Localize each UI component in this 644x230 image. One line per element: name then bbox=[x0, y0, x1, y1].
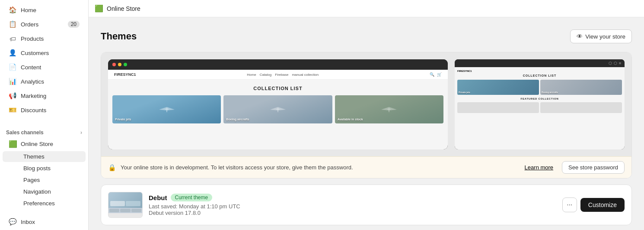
sidebar-item-analytics[interactable]: 📊 Analytics bbox=[3, 75, 86, 88]
warning-banner: 🔒 Your online store is in development. T… bbox=[101, 156, 631, 178]
sidebar-item-label: Analytics bbox=[21, 78, 44, 85]
warning-text: Your online store is in development. To … bbox=[121, 164, 520, 171]
sidebar-item-label: Orders bbox=[21, 21, 38, 28]
sidebar-item-online-store[interactable]: 🟩 Online Store bbox=[3, 138, 86, 150]
customize-button[interactable]: Customize bbox=[580, 198, 625, 212]
sidebar-item-navigation[interactable]: Navigation bbox=[3, 186, 86, 197]
small-grid: Private jets Boeing aircrafts bbox=[457, 80, 622, 95]
online-store-label: Online Store bbox=[21, 141, 53, 147]
theme-preview-area: FIRESYNC1 Home Catalog Firebase manual c… bbox=[101, 52, 631, 156]
sidebar-item-label: Home bbox=[21, 7, 36, 13]
nav-link-firebase: Firebase bbox=[275, 73, 288, 77]
sidebar-sub-item-label: Navigation bbox=[23, 188, 51, 195]
theme-info: Debut Current theme Last saved: Monday a… bbox=[149, 194, 556, 216]
thumb-mid bbox=[108, 208, 142, 213]
main-content: Themes 👁 View your store bbox=[89, 17, 644, 230]
sidebar-item-label: Inbox bbox=[21, 219, 35, 225]
topbar-icon: 🟩 bbox=[95, 4, 103, 13]
more-options-label: ··· bbox=[567, 201, 572, 209]
topbar-title: Online Store bbox=[107, 5, 140, 12]
sidebar-item-customers[interactable]: 👤 Customers bbox=[3, 46, 86, 60]
sales-channels-chevron[interactable]: › bbox=[80, 130, 82, 136]
sidebar-item-products[interactable]: 🏷 Products bbox=[3, 32, 86, 45]
theme-preview-card: FIRESYNC1 Home Catalog Firebase manual c… bbox=[101, 52, 632, 178]
sidebar-item-label: Discounts bbox=[21, 107, 46, 113]
thumb-bottom bbox=[108, 213, 142, 217]
sidebar-item-content[interactable]: 📄 Content bbox=[3, 60, 86, 74]
sidebar-item-label: Content bbox=[21, 64, 41, 71]
plane-svg-1 bbox=[158, 105, 175, 114]
small-icon-2: ⬡ bbox=[614, 61, 617, 65]
browser-dot-yellow bbox=[118, 63, 121, 66]
mock-nav-icons: 🔍 🛒 bbox=[430, 72, 442, 77]
mock-nav-links: Home Catalog Firebase manual collection bbox=[247, 73, 319, 77]
theme-last-saved: Last saved: Monday at 1:10 pm UTC bbox=[149, 203, 556, 210]
sidebar-item-marketing[interactable]: 📢 Marketing bbox=[3, 89, 86, 103]
content-icon: 📄 bbox=[9, 63, 16, 71]
topbar: 🟩 Online Store bbox=[89, 0, 644, 17]
small-featured-title: FEATURED COLLECTION bbox=[457, 97, 622, 100]
more-options-button[interactable]: ··· bbox=[562, 198, 577, 212]
thumb-mid-col-1 bbox=[109, 209, 119, 212]
theme-thumbnail bbox=[108, 192, 143, 218]
page-title: Themes bbox=[101, 31, 137, 42]
orders-icon: 📋 bbox=[9, 20, 16, 28]
theme-name-row: Debut Current theme bbox=[149, 194, 556, 201]
grid-item-3: Available in stock bbox=[335, 95, 443, 123]
mock-nav-logo: FIRESYNC1 bbox=[114, 72, 136, 77]
eye-icon: 👁 bbox=[577, 33, 583, 40]
theme-name: Debut bbox=[149, 194, 167, 201]
grid-label-3: Available in stock bbox=[338, 118, 363, 121]
browser-content: FIRESYNC1 Home Catalog Firebase manual c… bbox=[108, 70, 448, 149]
small-grid-label-2: Boeing aircrafts bbox=[542, 91, 558, 94]
sidebar: 🏠 Home 📋 Orders 20 🏷 Products 👤 Customer… bbox=[0, 0, 89, 230]
sidebar-sub-item-label: Themes bbox=[23, 153, 45, 160]
mock-collection-title: COLLECTION LIST bbox=[108, 86, 448, 91]
browser-preview-large: FIRESYNC1 Home Catalog Firebase manual c… bbox=[108, 59, 448, 149]
view-store-label: View your store bbox=[585, 33, 625, 40]
browser-small-bar: ⬡ ⬡ ≡ bbox=[455, 59, 625, 67]
small-icon-1: ⬡ bbox=[609, 61, 612, 65]
sidebar-item-pages[interactable]: Pages bbox=[3, 175, 86, 185]
sidebar-item-inbox[interactable]: 💬 Inbox bbox=[3, 215, 86, 229]
theme-actions: ··· Customize bbox=[562, 198, 625, 212]
svg-rect-2 bbox=[389, 110, 389, 112]
orders-badge: 20 bbox=[68, 21, 80, 28]
small-grid-item-1: Private jets bbox=[457, 80, 539, 95]
plane-svg-2 bbox=[269, 105, 287, 114]
thumb-mid-col-3 bbox=[131, 209, 141, 212]
sidebar-item-label: Marketing bbox=[21, 93, 46, 99]
svg-rect-0 bbox=[166, 110, 167, 112]
theme-version: Debut version 17.8.0 bbox=[149, 210, 556, 216]
mock-grid: Private jets Boeing bbox=[108, 95, 448, 123]
sidebar-item-preferences[interactable]: Preferences bbox=[3, 198, 86, 209]
grid-item-1: Private jets bbox=[112, 95, 221, 123]
theme-list-item: Debut Current theme Last saved: Monday a… bbox=[101, 185, 632, 225]
sidebar-item-orders[interactable]: 📋 Orders 20 bbox=[3, 17, 86, 31]
learn-more-link[interactable]: Learn more bbox=[525, 164, 553, 171]
home-icon: 🏠 bbox=[9, 6, 16, 14]
current-theme-badge: Current theme bbox=[171, 194, 213, 201]
online-store-icon: 🟩 bbox=[9, 140, 17, 148]
sidebar-item-blog-posts[interactable]: Blog posts bbox=[3, 163, 86, 174]
sidebar-item-home[interactable]: 🏠 Home bbox=[3, 3, 86, 17]
grid-label-2: Boeing aircrafts bbox=[226, 118, 249, 121]
see-store-password-button[interactable]: See store password bbox=[562, 161, 625, 174]
browser-dot-red bbox=[112, 63, 116, 66]
thumb-top bbox=[108, 192, 142, 208]
sidebar-sub-item-label: Pages bbox=[23, 177, 40, 183]
sidebar-sub-item-label: Preferences bbox=[23, 200, 55, 207]
customers-icon: 👤 bbox=[9, 49, 16, 57]
view-store-button[interactable]: 👁 View your store bbox=[570, 29, 632, 43]
browser-dot-green bbox=[124, 63, 127, 66]
products-icon: 🏷 bbox=[9, 35, 16, 42]
browser-small-content: FIRESYNC1 COLLECTION LIST Private jets B… bbox=[455, 67, 625, 149]
svg-rect-1 bbox=[277, 110, 278, 112]
grid-item-2: Boeing aircrafts bbox=[223, 95, 332, 123]
sidebar-item-discounts[interactable]: 🎫 Discounts bbox=[3, 103, 86, 117]
page-header: Themes 👁 View your store bbox=[101, 29, 632, 43]
plane-svg-3 bbox=[380, 105, 398, 114]
small-logo: FIRESYNC1 bbox=[457, 70, 622, 72]
nav-link-home: Home bbox=[247, 73, 256, 77]
sidebar-item-themes[interactable]: Themes bbox=[3, 151, 86, 162]
